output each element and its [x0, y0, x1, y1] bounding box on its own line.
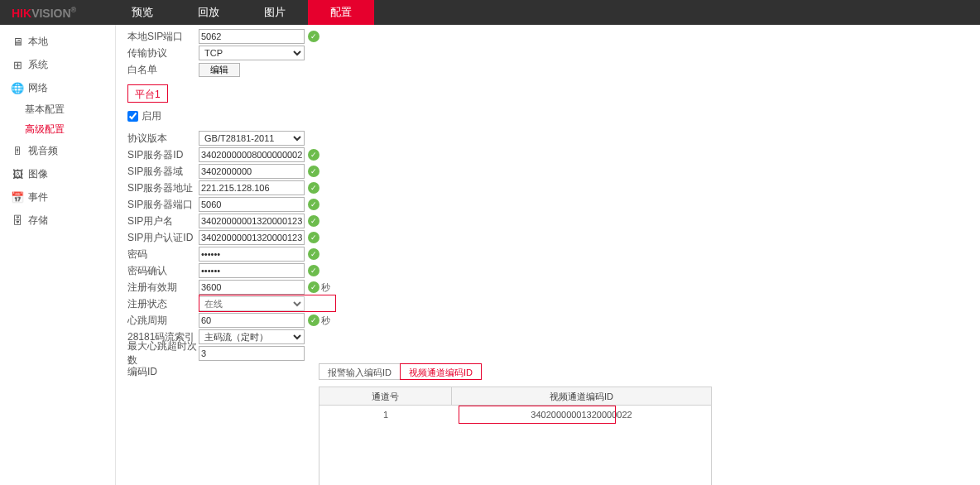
check-icon	[308, 281, 319, 293]
cell-video-id: 34020000001320000022	[452, 406, 711, 424]
storage-icon: 🗄	[10, 214, 25, 227]
top-nav: 预览 回放 图片 配置	[109, 0, 374, 25]
top-bar: HIKVISION® 预览 回放 图片 配置	[0, 0, 980, 25]
input-sip-authid[interactable]	[199, 230, 305, 245]
select-stream-idx[interactable]: 主码流（定时）	[199, 329, 305, 344]
channel-table: 通道号 视频通道编码ID 1 34020000001320000022	[319, 387, 712, 485]
sidebar-item-storage[interactable]: 🗄存储	[0, 209, 115, 232]
label-sip-port: SIP服务器端口	[116, 198, 199, 212]
input-sip-srv-id[interactable]	[199, 147, 305, 162]
table-row[interactable]: 1 34020000001320000022	[319, 406, 711, 424]
sidebar-sub-basic[interactable]: 基本配置	[0, 99, 115, 119]
video-icon: 🎚	[10, 145, 25, 157]
input-heartbeat[interactable]	[199, 313, 305, 328]
table-col-video-id: 视频通道编码ID	[452, 387, 711, 405]
label-sip-domain: SIP服务器域	[116, 165, 199, 179]
table-col-channel: 通道号	[319, 387, 452, 405]
sidebar-item-label: 网络	[28, 81, 48, 95]
image-icon: 🖼	[10, 168, 25, 180]
sidebar: 🖥本地 ⊞系统 🌐网络 基本配置 高级配置 🎚视音频 🖼图像 📅事件 🗄存储	[0, 25, 116, 485]
label-pwd: 密码	[116, 247, 199, 262]
label-reg-state: 注册状态	[116, 297, 199, 311]
check-icon	[308, 31, 319, 42]
tab-platform-1[interactable]: 平台1	[127, 84, 168, 103]
label-whitelist: 白名单	[116, 63, 199, 77]
label-sip-addr: SIP服务器地址	[116, 181, 199, 195]
brand-suffix: VISION	[31, 6, 70, 19]
unit-sec: 秒	[321, 281, 330, 294]
sidebar-item-label: 系统	[28, 58, 48, 72]
check-icon	[308, 248, 319, 260]
nav-playback[interactable]: 回放	[175, 0, 242, 25]
input-sip-port[interactable]	[199, 197, 305, 212]
tab-video-encode-id[interactable]: 视频通道编码ID	[400, 363, 482, 380]
label-encode-id: 编码ID	[116, 365, 199, 379]
brand-prefix: HIK	[12, 6, 31, 19]
label-heartbeat: 心跳周期	[116, 314, 199, 328]
label-sip-authid: SIP用户认证ID	[116, 231, 199, 245]
label-sip-user: SIP用户名	[116, 214, 199, 228]
globe-icon: 🌐	[10, 82, 25, 94]
sidebar-item-label: 图像	[28, 167, 48, 181]
sidebar-item-system[interactable]: ⊞系统	[0, 53, 115, 76]
check-icon	[308, 149, 319, 161]
sidebar-item-image[interactable]: 🖼图像	[0, 162, 115, 185]
input-pwd-confirm[interactable]	[199, 263, 305, 278]
cell-channel: 1	[319, 406, 452, 424]
check-icon	[308, 215, 319, 227]
sidebar-item-event[interactable]: 📅事件	[0, 185, 115, 209]
sidebar-item-label: 本地	[28, 35, 48, 49]
label-local-sip-port: 本地SIP端口	[116, 30, 199, 44]
input-sip-addr[interactable]	[199, 180, 305, 195]
enable-checkbox[interactable]	[127, 111, 138, 122]
nav-picture[interactable]: 图片	[242, 0, 308, 25]
brand-reg: ®	[71, 6, 77, 14]
nav-preview[interactable]: 预览	[109, 0, 175, 25]
event-icon: 📅	[10, 191, 25, 204]
check-icon	[308, 166, 319, 177]
unit-sec: 秒	[321, 315, 330, 327]
select-proto-ver[interactable]: GB/T28181-2011	[199, 131, 305, 146]
sidebar-item-local[interactable]: 🖥本地	[0, 30, 115, 53]
input-max-hb-timeout[interactable]	[199, 346, 305, 361]
input-pwd[interactable]	[199, 247, 305, 262]
sidebar-item-videoaudio[interactable]: 🎚视音频	[0, 139, 115, 162]
input-reg-expire[interactable]	[199, 280, 305, 295]
check-icon	[308, 199, 319, 210]
brand-logo: HIKVISION®	[12, 6, 76, 20]
tab-alarm-encode-id[interactable]: 报警输入编码ID	[319, 363, 401, 380]
monitor-icon: 🖥	[10, 36, 25, 48]
sidebar-item-network[interactable]: 🌐网络	[0, 76, 115, 99]
system-icon: ⊞	[10, 59, 25, 71]
input-sip-domain[interactable]	[199, 164, 305, 179]
check-icon	[308, 315, 319, 326]
input-sip-user[interactable]	[199, 214, 305, 228]
label-transport-proto: 传输协议	[116, 46, 199, 60]
label-max-hb-timeout: 最大心跳超时次数	[116, 339, 199, 367]
nav-config[interactable]: 配置	[308, 0, 374, 25]
label-sip-srv-id: SIP服务器ID	[116, 148, 199, 162]
content-area: 本地SIP端口 传输协议 TCP 白名单 编辑 平台1 启用 协议版本	[116, 25, 980, 485]
enable-label: 启用	[142, 109, 161, 123]
sidebar-item-label: 视音频	[28, 144, 58, 158]
label-proto-ver: 协议版本	[116, 132, 199, 146]
select-transport-proto[interactable]: TCP	[199, 46, 305, 60]
sidebar-item-label: 事件	[28, 190, 48, 204]
check-icon	[308, 232, 319, 243]
edit-whitelist-button[interactable]: 编辑	[199, 63, 240, 77]
label-pwd-confirm: 密码确认	[116, 264, 199, 278]
input-local-sip-port[interactable]	[199, 29, 305, 44]
select-reg-state: 在线	[199, 296, 305, 311]
sidebar-sub-advanced[interactable]: 高级配置	[0, 119, 115, 139]
sidebar-item-label: 存储	[28, 214, 48, 228]
label-reg-expire: 注册有效期	[116, 281, 199, 295]
check-icon	[308, 182, 319, 194]
check-icon	[308, 265, 319, 276]
